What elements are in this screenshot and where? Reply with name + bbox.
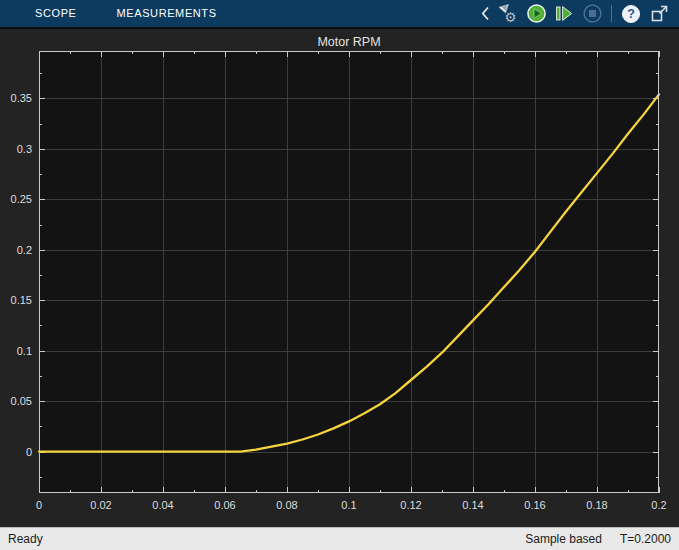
- x-tick-label: 0.16: [524, 499, 545, 511]
- y-tick-label: 0.1: [17, 345, 32, 357]
- stop-circle-icon: [582, 3, 603, 24]
- help-button[interactable]: ?: [620, 2, 642, 26]
- toolbar-divider: [611, 5, 612, 22]
- x-tick-label: 0.1: [341, 499, 356, 511]
- x-tick-label: 0.2: [651, 499, 666, 511]
- scope-display: 00.020.040.060.080.10.120.140.160.180.20…: [0, 29, 679, 527]
- plot-title: Motor RPM: [39, 35, 659, 49]
- scope-plot[interactable]: 00.020.040.060.080.10.120.140.160.180.20…: [0, 29, 679, 527]
- y-tick-label: 0.3: [17, 143, 32, 155]
- step-forward-button[interactable]: [553, 2, 575, 26]
- x-tick-label: 0.08: [276, 499, 297, 511]
- y-tick-label: 0.35: [11, 92, 32, 104]
- step-forward-icon: [554, 3, 574, 24]
- svg-text:⚙: ⚙: [504, 10, 516, 25]
- status-sample-mode: Sample based: [525, 532, 602, 546]
- y-tick-label: 0.05: [11, 395, 32, 407]
- x-tick-label: 0.02: [90, 499, 111, 511]
- stop-button[interactable]: [581, 2, 603, 26]
- pop-out-icon: [649, 3, 670, 24]
- svg-text:?: ?: [627, 7, 635, 21]
- gear-icon: ⚙: [497, 2, 519, 26]
- x-tick-label: 0.14: [462, 499, 483, 511]
- toolstrip: SCOPE MEASUREMENTS ⚙: [0, 0, 679, 29]
- question-mark-icon: ?: [621, 4, 641, 24]
- simulation-settings-button[interactable]: ⚙: [497, 2, 519, 26]
- play-circle-icon: [526, 3, 547, 24]
- scope-window: SCOPE MEASUREMENTS ⚙: [0, 0, 679, 550]
- tab-scope[interactable]: SCOPE: [35, 0, 77, 27]
- y-tick-label: 0.2: [17, 244, 32, 256]
- run-button[interactable]: [525, 2, 547, 26]
- y-tick-label: 0.15: [11, 294, 32, 306]
- x-tick-label: 0.18: [586, 499, 607, 511]
- tab-measurements[interactable]: MEASUREMENTS: [117, 0, 217, 27]
- x-tick-label: 0: [36, 499, 42, 511]
- y-tick-label: 0.25: [11, 193, 32, 205]
- pop-out-button[interactable]: [648, 2, 670, 26]
- x-tick-label: 0.06: [214, 499, 235, 511]
- chevron-left-icon: [481, 6, 490, 21]
- x-tick-label: 0.12: [400, 499, 421, 511]
- status-ready: Ready: [8, 532, 43, 546]
- quick-access-toolbar: ⚙: [479, 2, 679, 26]
- y-tick-label: 0: [26, 446, 32, 458]
- status-bar: Ready Sample based T=0.2000: [0, 527, 679, 550]
- status-sim-time: T=0.2000: [620, 532, 671, 546]
- x-tick-label: 0.04: [152, 499, 173, 511]
- collapse-toolstrip-button[interactable]: [479, 2, 491, 26]
